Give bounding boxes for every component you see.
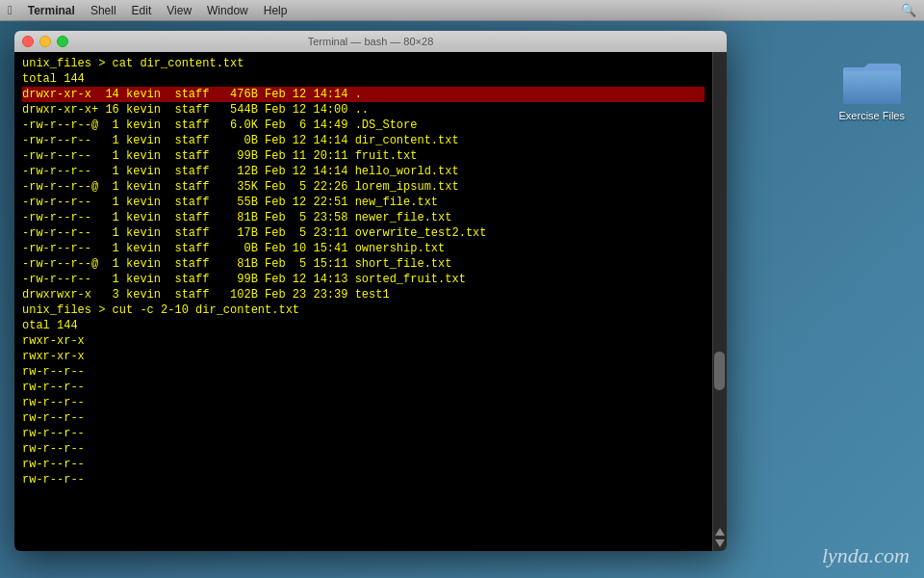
terminal-line: rwxr-xr-x (22, 333, 705, 349)
scrollbar[interactable] (712, 52, 727, 551)
terminal-line: -rw-r--r-- 1 kevin staff 0B Feb 12 14:14… (22, 133, 705, 148)
terminal-line: otal 144 (22, 318, 705, 333)
svg-rect-1 (843, 67, 901, 104)
apple-menu-icon[interactable]:  (8, 3, 13, 17)
terminal-line: rw-r--r-- (22, 395, 705, 410)
terminal-line: drwxr-xr-x 14 kevin staff 476B Feb 12 14… (22, 87, 705, 102)
menu-window[interactable]: Window (201, 0, 254, 20)
minimize-button[interactable] (39, 36, 51, 47)
menu-edit[interactable]: Edit (126, 0, 158, 20)
terminal-line: -rw-r--r-- 1 kevin staff 12B Feb 12 14:1… (22, 164, 705, 179)
terminal-line: rw-r--r-- (22, 441, 705, 457)
terminal-line: rw-r--r-- (22, 472, 705, 487)
maximize-button[interactable] (57, 36, 68, 47)
terminal-line: -rw-r--r-- 1 kevin staff 0B Feb 10 15:41… (22, 241, 705, 256)
traffic-lights (22, 36, 68, 47)
terminal-line: -rw-r--r-- 1 kevin staff 99B Feb 12 14:1… (22, 272, 705, 287)
terminal-line: drwxr-xr-x+ 16 kevin staff 544B Feb 12 1… (22, 102, 705, 118)
scrollbar-thumb[interactable] (714, 352, 725, 390)
terminal-line: rw-r--r-- (22, 410, 705, 426)
menubar:  Terminal Shell Edit View Window Help 🔍 (0, 0, 924, 21)
terminal-line: -rw-r--r--@ 1 kevin staff 6.0K Feb 6 14:… (22, 118, 705, 133)
folder-icon (843, 58, 901, 106)
close-button[interactable] (22, 36, 34, 47)
scrollbar-up-arrow[interactable] (715, 528, 725, 536)
terminal-line: rw-r--r-- (22, 380, 705, 395)
terminal-line: -rw-r--r-- 1 kevin staff 17B Feb 5 23:11… (22, 225, 705, 241)
scrollbar-down-arrow[interactable] (715, 539, 725, 547)
terminal-line: -rw-r--r--@ 1 kevin staff 35K Feb 5 22:2… (22, 179, 705, 195)
exercise-files-label: Exercise Files (839, 110, 905, 121)
menu-view[interactable]: View (161, 0, 197, 20)
terminal-line: -rw-r--r-- 1 kevin staff 55B Feb 12 22:5… (22, 195, 705, 210)
terminal-line: unix_files > cat dir_content.txt (22, 56, 705, 71)
terminal-line: -rw-r--r-- 1 kevin staff 81B Feb 5 23:58… (22, 210, 705, 225)
terminal-line: rw-r--r-- (22, 426, 705, 441)
terminal-line: -rw-r--r--@ 1 kevin staff 81B Feb 5 15:1… (22, 256, 705, 272)
terminal-line: -rw-r--r-- 1 kevin staff 99B Feb 11 20:1… (22, 148, 705, 164)
window-title: Terminal — bash — 80×28 (308, 36, 434, 47)
terminal-line: rw-r--r-- (22, 364, 705, 380)
menu-terminal[interactable]: Terminal (22, 0, 81, 20)
terminal-line: drwxrwxr-x 3 kevin staff 102B Feb 23 23:… (22, 287, 705, 302)
terminal-line: total 144 (22, 71, 705, 87)
terminal-titlebar: Terminal — bash — 80×28 (14, 31, 727, 52)
terminal-line: unix_files > cut -c 2-10 dir_content.txt (22, 302, 705, 318)
terminal-content[interactable]: unix_files > cat dir_content.txttotal 14… (14, 52, 712, 551)
menu-help[interactable]: Help (258, 0, 294, 20)
exercise-files-folder[interactable]: Exercise Files (839, 58, 905, 121)
menu-shell[interactable]: Shell (85, 0, 122, 20)
lynda-brand: lynda.com (822, 543, 910, 568)
menubar-right: 🔍 (901, 0, 916, 20)
spotlight-icon[interactable]: 🔍 (901, 3, 916, 17)
terminal-line: rwxr-xr-x (22, 349, 705, 364)
terminal-window: Terminal — bash — 80×28 unix_files > cat… (14, 31, 727, 551)
terminal-line: rw-r--r-- (22, 457, 705, 472)
